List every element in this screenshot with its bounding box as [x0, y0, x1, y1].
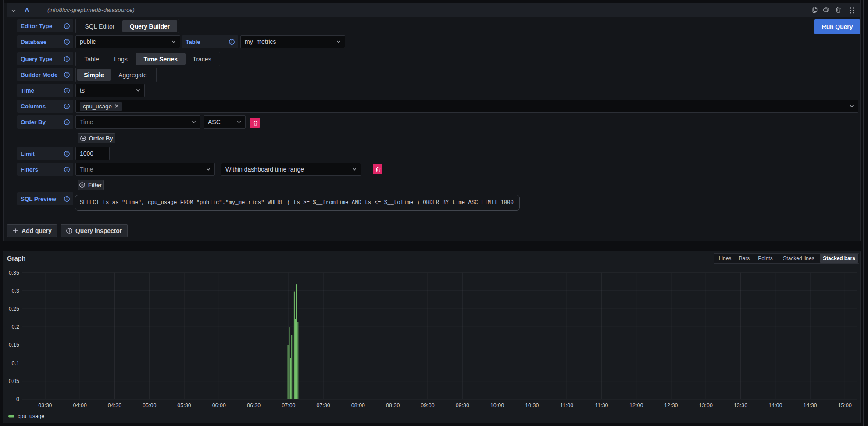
svg-text:14:30: 14:30 [803, 402, 817, 408]
svg-text:06:30: 06:30 [247, 402, 261, 408]
svg-text:10:30: 10:30 [525, 402, 539, 408]
svg-text:03:30: 03:30 [38, 402, 52, 408]
svg-text:04:30: 04:30 [108, 402, 121, 408]
svg-text:15:00: 15:00 [838, 402, 852, 408]
svg-text:0.3: 0.3 [12, 288, 19, 294]
svg-text:09:30: 09:30 [456, 402, 469, 408]
svg-text:08:30: 08:30 [386, 402, 400, 408]
svg-text:12:00: 12:00 [629, 402, 643, 408]
svg-text:14:00: 14:00 [768, 402, 782, 408]
svg-text:13:30: 13:30 [734, 402, 747, 408]
svg-text:10:00: 10:00 [490, 402, 504, 408]
svg-text:cpu_usage: cpu_usage [18, 413, 44, 419]
svg-text:11:00: 11:00 [560, 402, 573, 408]
svg-text:13:00: 13:00 [699, 402, 713, 408]
svg-text:12:30: 12:30 [664, 402, 678, 408]
svg-text:0.05: 0.05 [9, 378, 19, 384]
svg-text:09:00: 09:00 [421, 402, 434, 408]
svg-text:0.1: 0.1 [12, 360, 19, 366]
svg-text:11:30: 11:30 [595, 402, 608, 408]
svg-text:0.25: 0.25 [9, 306, 19, 312]
svg-text:0.2: 0.2 [12, 324, 19, 330]
svg-text:0.35: 0.35 [9, 270, 19, 276]
svg-text:08:00: 08:00 [351, 402, 365, 408]
svg-text:04:00: 04:00 [73, 402, 87, 408]
svg-text:0: 0 [16, 396, 19, 402]
svg-text:0.15: 0.15 [9, 342, 19, 348]
svg-text:06:00: 06:00 [212, 402, 226, 408]
svg-text:07:30: 07:30 [316, 402, 330, 408]
svg-text:05:30: 05:30 [177, 402, 191, 408]
svg-text:07:00: 07:00 [282, 402, 295, 408]
svg-text:05:00: 05:00 [143, 402, 156, 408]
